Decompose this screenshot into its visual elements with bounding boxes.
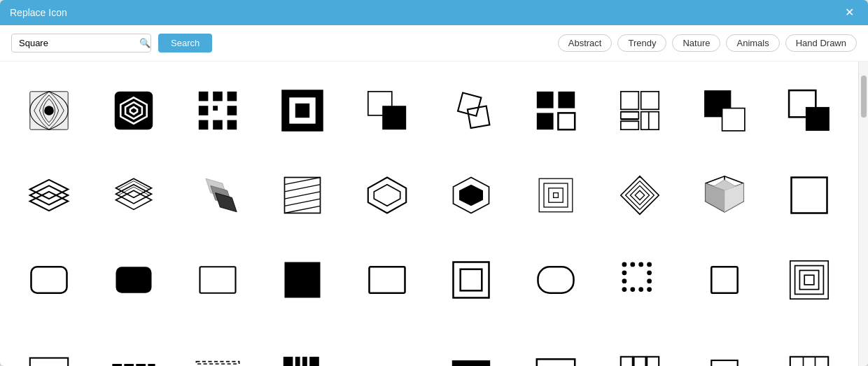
svg-marker-36 bbox=[30, 185, 68, 204]
svg-rect-3 bbox=[199, 92, 209, 101]
svg-rect-17 bbox=[458, 93, 481, 116]
search-icon: 🔍 bbox=[139, 38, 150, 48]
svg-rect-109 bbox=[711, 360, 737, 366]
icon-cell[interactable] bbox=[96, 73, 172, 149]
svg-rect-65 bbox=[115, 267, 151, 293]
icon-cell[interactable] bbox=[687, 326, 763, 366]
svg-rect-104 bbox=[537, 359, 575, 366]
search-box[interactable]: 🔍 bbox=[11, 34, 151, 52]
scrollbar-track[interactable] bbox=[858, 62, 868, 366]
icon-cell[interactable] bbox=[11, 157, 88, 234]
icon-cell[interactable] bbox=[518, 73, 594, 149]
icon-cell[interactable] bbox=[180, 326, 256, 366]
svg-line-50 bbox=[285, 199, 321, 206]
svg-rect-66 bbox=[200, 267, 236, 293]
icon-cell[interactable] bbox=[96, 241, 172, 318]
close-button[interactable]: ✕ bbox=[841, 6, 858, 20]
filter-hand-drawn[interactable]: Hand Drawn bbox=[785, 34, 857, 52]
icon-cell[interactable] bbox=[349, 326, 425, 366]
svg-rect-8 bbox=[227, 106, 237, 115]
svg-rect-87 bbox=[799, 270, 818, 289]
icon-cell[interactable] bbox=[518, 157, 594, 234]
icon-cell[interactable] bbox=[265, 73, 341, 149]
icon-cell[interactable] bbox=[518, 326, 594, 366]
svg-rect-4 bbox=[214, 92, 223, 101]
icon-grid bbox=[11, 73, 847, 366]
icon-cell[interactable] bbox=[180, 241, 256, 318]
filter-trendy[interactable]: Trendy bbox=[617, 34, 666, 52]
icon-cell[interactable] bbox=[602, 157, 678, 234]
icon-cell[interactable] bbox=[349, 73, 425, 149]
filter-nature[interactable]: Nature bbox=[672, 34, 720, 52]
icon-cell[interactable] bbox=[687, 157, 763, 234]
icon-cell[interactable] bbox=[518, 241, 594, 318]
svg-point-72 bbox=[622, 262, 627, 267]
svg-rect-7 bbox=[214, 106, 218, 111]
svg-rect-106 bbox=[621, 357, 633, 366]
icon-cell[interactable] bbox=[11, 326, 88, 366]
icon-cell[interactable] bbox=[180, 73, 256, 149]
svg-rect-16 bbox=[382, 106, 406, 129]
svg-marker-55 bbox=[459, 185, 483, 206]
icon-cell[interactable] bbox=[602, 73, 678, 149]
svg-line-51 bbox=[285, 206, 321, 213]
svg-point-81 bbox=[631, 287, 636, 292]
svg-point-77 bbox=[648, 270, 652, 275]
svg-rect-71 bbox=[538, 267, 573, 293]
scrollbar-thumb[interactable] bbox=[861, 76, 867, 118]
replace-icon-dialog: Replace Icon ✕ 🔍 Search Abstract Trendy … bbox=[0, 0, 868, 366]
search-input[interactable] bbox=[19, 38, 136, 48]
icon-cell[interactable] bbox=[349, 241, 425, 318]
icon-cell[interactable] bbox=[265, 326, 341, 366]
svg-rect-107 bbox=[634, 357, 646, 366]
svg-rect-59 bbox=[553, 193, 558, 198]
svg-rect-26 bbox=[621, 122, 639, 130]
svg-rect-34 bbox=[806, 107, 830, 131]
icon-cell[interactable] bbox=[265, 157, 341, 234]
icon-grid-container[interactable] bbox=[0, 62, 858, 366]
filter-animals[interactable]: Animals bbox=[726, 34, 779, 52]
icon-cell[interactable] bbox=[433, 157, 510, 234]
icon-cell[interactable] bbox=[602, 241, 678, 318]
icon-cell[interactable] bbox=[771, 326, 847, 366]
icon-cell[interactable] bbox=[265, 241, 341, 318]
svg-rect-69 bbox=[454, 262, 489, 297]
svg-rect-10 bbox=[214, 120, 223, 130]
search-button[interactable]: Search bbox=[158, 34, 212, 52]
icon-cell[interactable] bbox=[11, 241, 88, 318]
svg-rect-68 bbox=[369, 267, 405, 293]
svg-point-78 bbox=[622, 279, 627, 283]
svg-rect-27 bbox=[641, 112, 659, 130]
svg-line-48 bbox=[285, 185, 321, 192]
dialog-header: Replace Icon ✕ bbox=[0, 0, 868, 25]
icon-cell[interactable] bbox=[687, 73, 763, 149]
svg-rect-23 bbox=[621, 92, 639, 110]
svg-point-74 bbox=[639, 262, 644, 267]
icon-cell[interactable] bbox=[433, 241, 510, 318]
svg-rect-64 bbox=[31, 267, 67, 293]
icon-cell[interactable] bbox=[96, 157, 172, 234]
svg-marker-37 bbox=[30, 192, 68, 211]
filter-tags: Abstract Trendy Nature Animals Hand Draw… bbox=[558, 34, 857, 52]
icon-cell[interactable] bbox=[180, 157, 256, 234]
svg-rect-21 bbox=[537, 113, 554, 130]
filter-abstract[interactable]: Abstract bbox=[558, 34, 612, 52]
svg-rect-20 bbox=[558, 92, 575, 108]
icon-cell[interactable] bbox=[771, 157, 847, 234]
svg-point-73 bbox=[631, 262, 636, 267]
svg-rect-19 bbox=[537, 92, 554, 108]
icon-cell[interactable] bbox=[11, 73, 88, 149]
svg-rect-14 bbox=[295, 104, 309, 118]
icon-cell[interactable] bbox=[771, 241, 847, 318]
icon-cell[interactable] bbox=[433, 326, 510, 366]
svg-point-82 bbox=[639, 287, 644, 292]
icon-cell[interactable] bbox=[602, 326, 678, 366]
icon-cell[interactable] bbox=[687, 241, 763, 318]
svg-marker-45 bbox=[216, 193, 237, 212]
icon-cell[interactable] bbox=[96, 326, 172, 366]
icon-cell[interactable] bbox=[771, 73, 847, 149]
svg-rect-67 bbox=[285, 262, 321, 297]
svg-point-83 bbox=[648, 287, 652, 292]
icon-cell[interactable] bbox=[433, 73, 510, 149]
icon-cell[interactable] bbox=[349, 157, 425, 234]
